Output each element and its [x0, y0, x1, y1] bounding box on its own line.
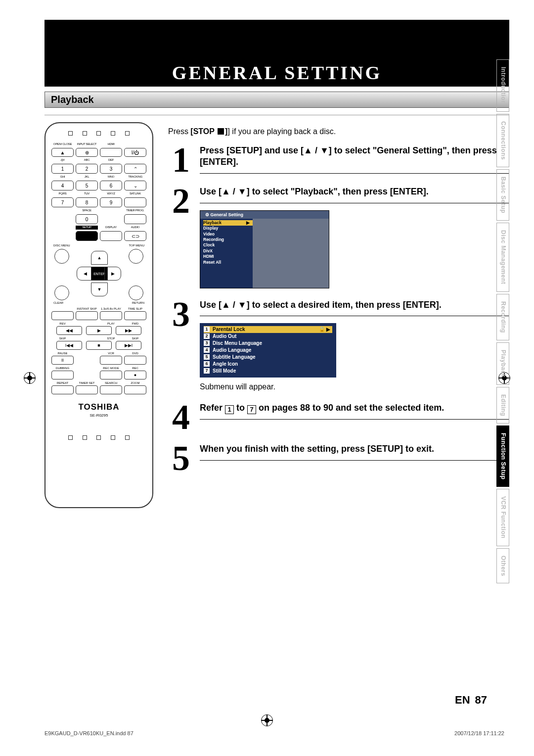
remote-model: SE-R0295 — [51, 413, 146, 418]
step-5-text: When you finish with the setting, press … — [200, 443, 509, 460]
divider — [44, 115, 509, 115]
step-2-text: Use [▲ / ▼] to select "Playback", then p… — [200, 186, 509, 203]
step-1-text: Press [SETUP] and use [▲ / ▼] to select … — [200, 145, 509, 174]
step-4: 4 Refer 1 to 7 on pages 88 to 90 and set… — [168, 402, 509, 432]
stop-icon — [218, 128, 224, 135]
step-3-text: Use [▲ / ▼] to select a desired item, th… — [200, 299, 509, 316]
section-heading: Playback — [44, 92, 509, 108]
tab-others: Others — [496, 548, 509, 584]
remote-brand: TOSHIBA — [51, 402, 146, 412]
page-number: EN87 — [455, 694, 487, 707]
general-setting-menu: General Setting Playback▶ Display Video … — [200, 210, 329, 288]
section-tabs: IntroductionConnectionsBasic SetupDisc M… — [496, 59, 509, 583]
tab-introduction: Introduction — [496, 59, 509, 112]
intro-text: Press [STOP ]] if you are playing back a… — [168, 127, 509, 136]
step-3: 3 Use [▲ / ▼] to select a desired item, … — [168, 299, 509, 391]
step-4-text: Refer 1 to 7 on pages 88 to 90 and set t… — [200, 402, 509, 420]
tab-playback: Playback — [496, 342, 509, 385]
tab-disc-management: Disc Management — [496, 223, 509, 292]
tab-basic-setup: Basic Setup — [496, 169, 509, 221]
tab-editing: Editing — [496, 387, 509, 424]
playback-submenu: 1Parental Lock🔒 ▶ 2Audio Out 3Disc Menu … — [200, 323, 336, 378]
remote-control-illustration: OPEN/ CLOSE INPUT SELECT HDMI ▲⊕I/⏻ .@/:… — [44, 122, 153, 508]
tab-function-setup: Function Setup — [496, 425, 509, 487]
step-1: 1 Press [SETUP] and use [▲ / ▼] to selec… — [168, 145, 509, 175]
step-3-caption: Submenu will appear. — [200, 382, 509, 391]
step-2: 2 Use [▲ / ▼] to select "Playback", then… — [168, 186, 509, 288]
lock-icon: 🔒 ▶ — [319, 326, 330, 333]
tab-recording: Recording — [496, 294, 509, 340]
footer-date: 2007/12/18 17:11:22 — [454, 730, 504, 736]
header-black-bar: GENERAL SETTING — [44, 20, 509, 87]
tab-connections: Connections — [496, 114, 509, 167]
tab-vcr-function: VCR Function — [496, 489, 509, 546]
page-title: GENERAL SETTING — [44, 58, 509, 87]
footer-file: E9KGAUD_D-VR610KU_EN.indd 87 — [44, 730, 134, 736]
step-5: 5 When you finish with the setting, pres… — [168, 443, 509, 473]
